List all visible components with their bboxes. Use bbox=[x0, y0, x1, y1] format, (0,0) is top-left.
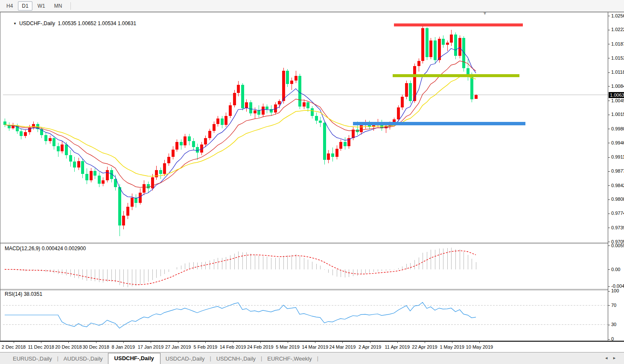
chart-tab-audusd[interactable]: AUDUSD-,Daily bbox=[58, 354, 108, 364]
date-axis-tick bbox=[288, 342, 288, 343]
candle-body bbox=[233, 93, 236, 105]
candle-body bbox=[315, 116, 318, 121]
date-axis-label: 17 Jan 2019 bbox=[138, 344, 164, 350]
axis-tick bbox=[608, 199, 610, 200]
price-axis-label: 1.01870 bbox=[611, 41, 624, 46]
support-line-blue[interactable] bbox=[353, 122, 525, 125]
price-axis-label: 1.00840 bbox=[611, 84, 624, 89]
candle-body bbox=[446, 43, 449, 45]
candle-body bbox=[454, 35, 457, 56]
candle-body bbox=[196, 147, 199, 153]
price-chart-canvas[interactable] bbox=[3, 13, 608, 243]
chart-tab-eurusd[interactable]: EURUSD-,Daily bbox=[8, 354, 57, 364]
chart-tab-usdcad[interactable]: USDCAD-,Daily bbox=[160, 354, 210, 364]
price-axis-label: 0.99800 bbox=[611, 126, 624, 131]
date-axis-label: 14 Mar 2019 bbox=[302, 344, 328, 350]
date-axis-tick bbox=[123, 342, 124, 343]
chart-tab-usdcnh[interactable]: USDCNH-,Daily bbox=[211, 354, 261, 364]
candle-body bbox=[126, 207, 129, 216]
candle-body bbox=[216, 118, 219, 124]
price-axis-label: 0.99110 bbox=[611, 154, 624, 159]
timeframe-toolbar: H4D1W1MN bbox=[0, 0, 624, 12]
date-axis-tick bbox=[68, 342, 69, 343]
broken-support-line-olive[interactable] bbox=[393, 74, 519, 77]
candle-body bbox=[409, 83, 412, 101]
date-axis-label: 11 Dec 2018 bbox=[28, 344, 54, 350]
candle-body bbox=[462, 38, 465, 68]
price-axis-label: 0.97740 bbox=[611, 211, 624, 216]
date-axis-tick bbox=[233, 342, 233, 343]
chart-tabs: EURUSD-,Daily|AUDUSD-,DailyUSDCHF-,Daily… bbox=[8, 353, 318, 364]
axis-tick bbox=[608, 157, 610, 158]
timeframe-button-w1[interactable]: W1 bbox=[34, 1, 49, 11]
price-axis-label: 1.01180 bbox=[611, 69, 624, 75]
candle-body bbox=[175, 142, 178, 149]
candle-body bbox=[344, 142, 347, 146]
chart-tab-usdchf[interactable]: USDCHF-,Daily bbox=[108, 353, 160, 364]
candle-body bbox=[134, 198, 137, 203]
chart-tab-bar: EURUSD-,Daily|AUDUSD-,DailyUSDCHF-,Daily… bbox=[0, 352, 624, 364]
candle-body bbox=[24, 132, 27, 136]
candle-body bbox=[102, 180, 105, 184]
candle-body bbox=[397, 107, 400, 119]
date-axis-label: 14 Feb 2019 bbox=[220, 344, 246, 350]
axis-tick bbox=[608, 171, 610, 172]
candle-body bbox=[143, 184, 146, 192]
candle-body bbox=[90, 171, 93, 180]
date-axis-tick bbox=[479, 342, 480, 343]
axis-tick bbox=[608, 228, 610, 228]
candle-body bbox=[118, 187, 121, 225]
candle-body bbox=[65, 144, 68, 155]
axis-tick bbox=[608, 44, 610, 44]
axis-tick bbox=[608, 115, 610, 115]
axis-tick bbox=[608, 286, 610, 287]
candle-body bbox=[159, 170, 162, 174]
candle-body bbox=[295, 76, 297, 81]
timeframe-button-d1[interactable]: D1 bbox=[18, 1, 32, 11]
macd-panel-canvas[interactable] bbox=[3, 245, 608, 289]
candle-body bbox=[339, 142, 342, 148]
tab-scroll-left-icon[interactable]: ◄ bbox=[604, 356, 612, 360]
date-axis-label: 10 May 2019 bbox=[466, 344, 493, 350]
price-axis-label: 0.97390 bbox=[611, 225, 624, 230]
candle-body bbox=[241, 85, 244, 109]
candle-body bbox=[360, 125, 363, 132]
candle-body bbox=[122, 216, 125, 225]
date-axis-tick bbox=[315, 342, 315, 343]
date-axis-tick bbox=[96, 342, 96, 343]
timeframe-button-mn[interactable]: MN bbox=[50, 1, 66, 11]
candle-body bbox=[262, 107, 265, 115]
axis-tick bbox=[608, 72, 610, 73]
candle-body bbox=[93, 171, 96, 176]
date-axis-tick bbox=[342, 342, 343, 343]
candle-body bbox=[290, 81, 293, 84]
tab-scroll-right-icon[interactable]: ► bbox=[612, 356, 621, 360]
date-axis-tick bbox=[14, 342, 14, 343]
rsi-panel-canvas[interactable] bbox=[3, 290, 608, 339]
date-axis-tick bbox=[178, 342, 178, 343]
candle-body bbox=[254, 110, 257, 113]
axis-tick bbox=[608, 291, 610, 292]
candle-body bbox=[151, 177, 154, 188]
resistance-line-red[interactable] bbox=[394, 23, 523, 26]
candle-body bbox=[319, 121, 322, 123]
date-axis-label: 24 Mar 2019 bbox=[329, 344, 356, 350]
price-axis-label: 0.98770 bbox=[611, 168, 624, 173]
axis-tick bbox=[608, 339, 610, 340]
price-axis-label: 0.98420 bbox=[611, 183, 624, 188]
tab-scroll-arrows: ◄► bbox=[604, 356, 621, 360]
candle-body bbox=[265, 107, 268, 110]
toolbar-divider bbox=[70, 2, 71, 10]
candle-body bbox=[298, 76, 301, 106]
candle-body bbox=[475, 95, 478, 99]
date-axis-label: 11 Apr 2019 bbox=[385, 344, 410, 350]
rsi-axis-label: 30 bbox=[611, 322, 616, 327]
candle-body bbox=[139, 193, 142, 203]
chart-tab-eurchf[interactable]: EURCHF-,Weekly bbox=[262, 354, 317, 364]
candle-body bbox=[286, 71, 289, 84]
panel-splitter[interactable] bbox=[0, 243, 624, 244]
date-axis-tick bbox=[397, 342, 398, 343]
macd-axis-label: 0.00597 bbox=[611, 243, 624, 248]
timeframe-button-h4[interactable]: H4 bbox=[3, 1, 17, 11]
candle-body bbox=[237, 85, 240, 93]
